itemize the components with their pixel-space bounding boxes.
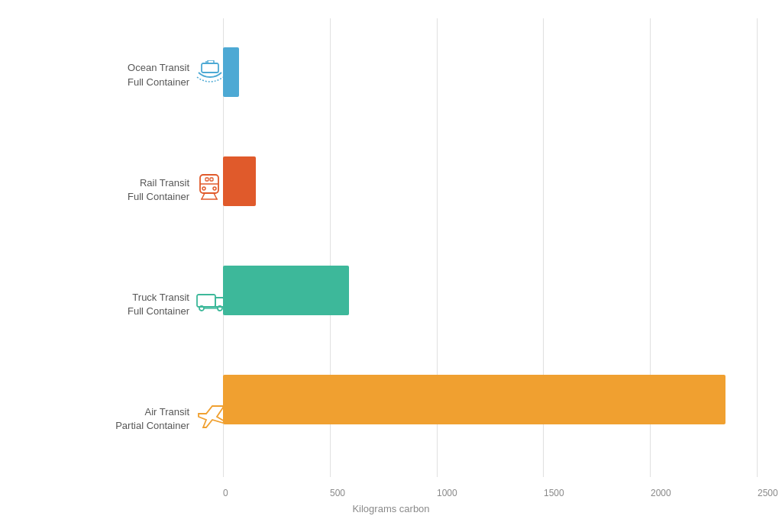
bars-wrapper [223,18,758,477]
bar [223,156,256,206]
plane-icon [196,401,223,437]
y-label-item: Rail TransitFull Container [24,144,223,236]
y-label-item: Ocean TransitFull Container [24,30,223,121]
y-label-text: Air TransitPartial Container [115,405,189,433]
svg-rect-8 [210,178,213,181]
bar-row [223,136,758,227]
svg-rect-2 [208,60,214,63]
chart-area: Ocean TransitFull Container Rail Transit… [24,18,758,500]
x-axis-title: Kilograms carbon [24,503,758,514]
svg-rect-0 [202,63,218,73]
bar-row [223,353,758,445]
bar [223,375,725,424]
svg-rect-7 [205,178,208,181]
bar-row [223,244,758,336]
y-label-text: Ocean TransitFull Container [128,61,189,89]
svg-point-14 [218,306,222,311]
y-label-text: Truck TransitFull Container [128,291,189,318]
svg-line-10 [214,193,217,199]
bar [223,47,239,97]
y-labels: Ocean TransitFull Container Rail Transit… [24,18,223,500]
svg-point-13 [199,306,204,311]
y-label-item: Air TransitPartial Container [24,373,223,465]
y-label-text: Rail TransitFull Container [128,176,189,204]
svg-line-9 [202,193,205,199]
truck-icon [196,292,223,318]
bar [223,266,349,315]
ship-icon [196,60,223,90]
svg-rect-12 [197,295,215,307]
x-axis-labels: 05001000150020002500 [223,477,758,500]
svg-point-5 [202,187,205,190]
bars-section: 05001000150020002500 [223,18,758,500]
y-label-item: Truck TransitFull Container [24,259,223,350]
chart-container: Ocean TransitFull Container Rail Transit… [24,18,758,514]
train-icon [196,173,223,206]
svg-point-6 [213,187,216,190]
bar-row [223,27,758,118]
